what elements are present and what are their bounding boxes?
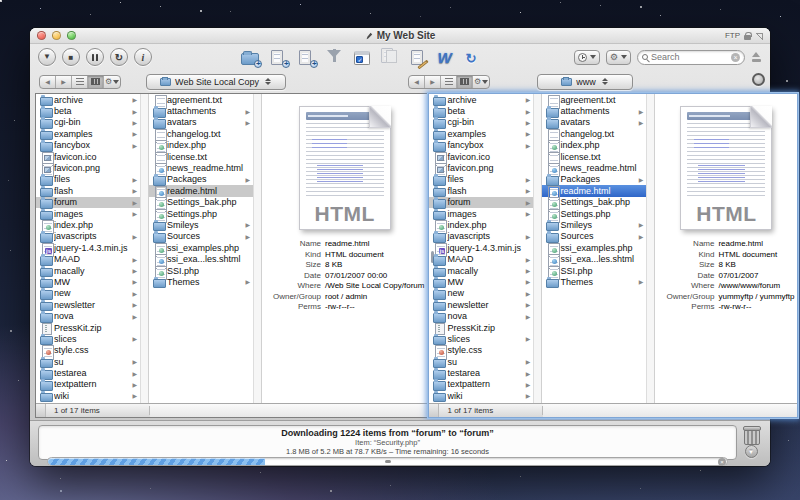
column-view-button[interactable] bbox=[457, 76, 473, 88]
panel-grabber-icon[interactable] bbox=[385, 460, 391, 463]
file-row[interactable]: license.txt bbox=[149, 151, 253, 162]
search-field[interactable]: × bbox=[637, 50, 745, 65]
file-row[interactable]: SSI.php bbox=[542, 265, 646, 276]
file-row[interactable]: macally▶ bbox=[36, 265, 140, 276]
file-row[interactable]: nova▶ bbox=[429, 310, 533, 321]
pane-action-button[interactable]: ⚙ bbox=[473, 76, 489, 88]
disconnect-eject-icon[interactable] bbox=[751, 51, 762, 63]
file-row[interactable]: MAAD▶ bbox=[36, 253, 140, 264]
search-input[interactable] bbox=[651, 52, 728, 62]
file-row[interactable]: fancybox▶ bbox=[429, 140, 533, 151]
file-row[interactable]: newsletter▶ bbox=[36, 299, 140, 310]
titlebar[interactable]: My Web Site FTP bbox=[30, 28, 770, 44]
file-row[interactable]: index.php bbox=[36, 219, 140, 230]
file-row[interactable]: favicon.ico bbox=[429, 151, 533, 162]
file-row[interactable]: slices▶ bbox=[429, 333, 533, 344]
download-button[interactable]: ▼ bbox=[38, 48, 56, 66]
file-row[interactable]: ssi_exa...les.shtml bbox=[149, 253, 253, 264]
forward-button[interactable]: ▶ bbox=[56, 76, 72, 88]
file-row[interactable]: Packages▶ bbox=[149, 174, 253, 185]
list-view-button[interactable] bbox=[72, 76, 88, 88]
file-row[interactable]: favicon.png bbox=[36, 162, 140, 173]
file-row[interactable]: attachments▶ bbox=[542, 105, 646, 116]
file-row[interactable]: readme.html bbox=[149, 185, 253, 196]
file-row[interactable]: style.css bbox=[429, 345, 533, 356]
file-row[interactable]: agreement.txt bbox=[542, 94, 646, 105]
horizontal-scrollbar[interactable] bbox=[150, 404, 427, 417]
file-row[interactable]: attachments▶ bbox=[149, 105, 253, 116]
file-row[interactable]: Sources▶ bbox=[149, 231, 253, 242]
remote-path-dropdown[interactable]: www bbox=[537, 74, 633, 90]
filter-button[interactable] bbox=[325, 49, 344, 66]
local-path-dropdown[interactable]: Web Site Local Copy bbox=[146, 74, 286, 90]
file-row[interactable]: avatars▶ bbox=[542, 117, 646, 128]
close-button[interactable] bbox=[37, 31, 46, 40]
file-row[interactable]: index.php bbox=[542, 140, 646, 151]
transfer-direction-button[interactable]: ▼ bbox=[745, 445, 758, 458]
refresh-button[interactable]: ↻ bbox=[110, 48, 128, 66]
file-row[interactable]: Packages▶ bbox=[542, 174, 646, 185]
file-row[interactable]: forum▶ bbox=[36, 197, 140, 208]
new-document-button[interactable]: + bbox=[297, 49, 316, 66]
file-row[interactable]: SSI.php bbox=[149, 265, 253, 276]
local-folder-column[interactable]: archive▶beta▶cgi-bin▶examples▶fancybox▶f… bbox=[36, 94, 149, 403]
file-row[interactable]: fancybox▶ bbox=[36, 140, 140, 151]
file-row[interactable]: examples▶ bbox=[429, 128, 533, 139]
file-row[interactable]: MW▶ bbox=[36, 276, 140, 287]
sync-button[interactable]: ↻ bbox=[465, 49, 484, 66]
file-row[interactable]: textpattern▶ bbox=[36, 379, 140, 390]
zoom-button[interactable] bbox=[67, 31, 76, 40]
resize-grabber-icon[interactable] bbox=[36, 404, 46, 417]
file-row[interactable]: wiki▶ bbox=[36, 390, 140, 401]
remote-folder-column[interactable]: archive▶beta▶cgi-bin▶examples▶fancybox▶f… bbox=[429, 94, 542, 403]
info-button[interactable]: i bbox=[134, 48, 152, 66]
file-row[interactable]: favicon.ico bbox=[36, 151, 140, 162]
file-row[interactable]: changelog.txt bbox=[542, 128, 646, 139]
file-row[interactable]: ssi_exa...les.shtml bbox=[542, 253, 646, 264]
scrollbar-track[interactable] bbox=[533, 94, 541, 403]
file-row[interactable]: Settings_bak.php bbox=[542, 197, 646, 208]
file-row[interactable]: Smileys▶ bbox=[149, 219, 253, 230]
scrollbar-track[interactable] bbox=[140, 94, 148, 403]
new-file-button[interactable]: + bbox=[269, 49, 288, 66]
actions-dropdown[interactable]: ⚙ bbox=[606, 50, 631, 65]
file-row[interactable]: testarea▶ bbox=[36, 367, 140, 378]
minimize-button[interactable] bbox=[52, 31, 61, 40]
fullscreen-icon[interactable] bbox=[755, 32, 763, 40]
list-view-button[interactable] bbox=[441, 76, 457, 88]
file-row[interactable]: PressKit.zip bbox=[36, 322, 140, 333]
file-row[interactable]: ssi_examples.php bbox=[149, 242, 253, 253]
file-row[interactable]: beta▶ bbox=[429, 105, 533, 116]
file-row[interactable]: jquery-1.4.3.min.js bbox=[429, 242, 533, 253]
file-row[interactable]: images▶ bbox=[429, 208, 533, 219]
file-row[interactable]: beta▶ bbox=[36, 105, 140, 116]
file-row[interactable]: index.php bbox=[429, 219, 533, 230]
pause-button[interactable] bbox=[86, 48, 104, 66]
file-row[interactable]: examples▶ bbox=[36, 128, 140, 139]
back-button[interactable]: ◀ bbox=[40, 76, 56, 88]
connection-status-button[interactable] bbox=[752, 73, 765, 86]
file-row[interactable]: readme.html bbox=[542, 185, 646, 196]
stop-button[interactable]: ■ bbox=[62, 48, 80, 66]
file-row[interactable]: macally▶ bbox=[429, 265, 533, 276]
file-row[interactable]: index.php bbox=[149, 140, 253, 151]
file-row[interactable]: javascripts▶ bbox=[429, 231, 533, 242]
column-view-button[interactable] bbox=[88, 76, 104, 88]
file-row[interactable]: cgi-bin▶ bbox=[36, 117, 140, 128]
file-row[interactable]: avatars▶ bbox=[149, 117, 253, 128]
forward-button[interactable]: ▶ bbox=[425, 76, 441, 88]
file-row[interactable]: MAAD▶ bbox=[429, 253, 533, 264]
file-row[interactable]: wiki▶ bbox=[429, 390, 533, 401]
file-row[interactable]: news_readme.html bbox=[542, 162, 646, 173]
file-row[interactable]: MW▶ bbox=[429, 276, 533, 287]
new-folder-button[interactable]: + bbox=[241, 49, 260, 66]
file-row[interactable]: PressKit.zip bbox=[429, 322, 533, 333]
file-row[interactable]: nova▶ bbox=[36, 310, 140, 321]
clear-search-icon[interactable]: × bbox=[731, 53, 740, 62]
file-row[interactable]: Settings_bak.php bbox=[149, 197, 253, 208]
file-row[interactable]: files▶ bbox=[429, 174, 533, 185]
file-row[interactable]: archive▶ bbox=[429, 94, 533, 105]
trash-icon[interactable] bbox=[743, 426, 759, 443]
copy-button[interactable] bbox=[381, 49, 400, 66]
file-row[interactable]: images▶ bbox=[36, 208, 140, 219]
